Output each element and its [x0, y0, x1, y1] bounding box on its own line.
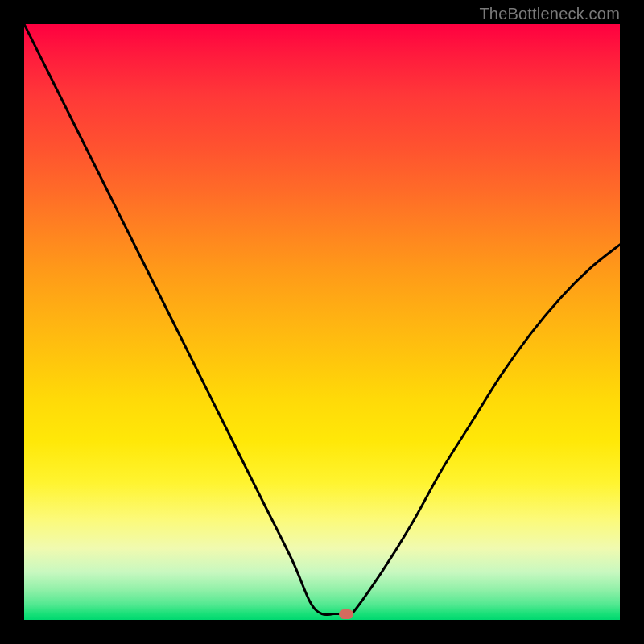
optimal-marker — [339, 609, 353, 619]
watermark-text: TheBottleneck.com — [479, 5, 620, 23]
bottleneck-curve — [24, 24, 620, 620]
chart-container: TheBottleneck.com — [0, 0, 644, 644]
